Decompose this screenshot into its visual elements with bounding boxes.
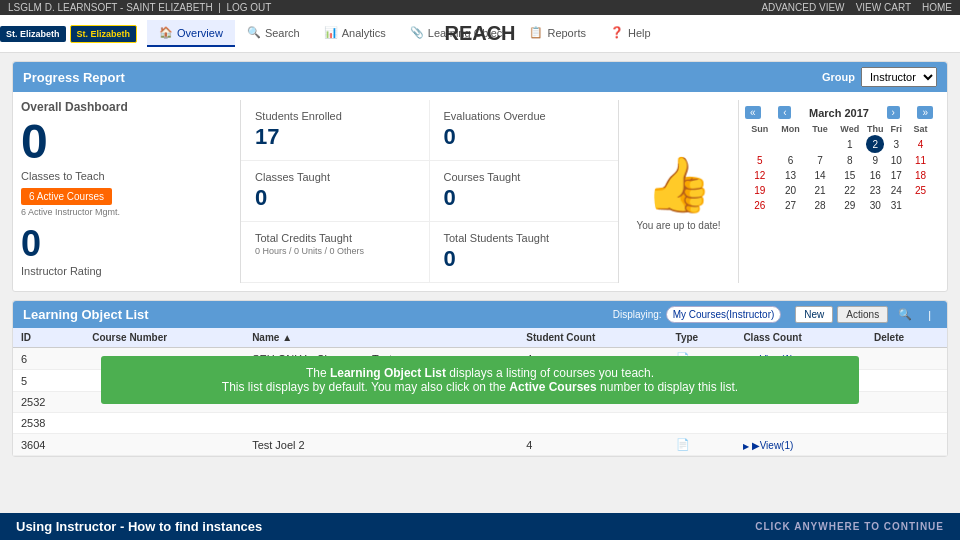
- home-link[interactable]: HOME: [922, 2, 952, 13]
- overall-dashboard-title: Overall Dashboard: [21, 100, 230, 114]
- calendar-day[interactable]: 3: [884, 135, 908, 153]
- col-student-count: Student Count: [518, 328, 667, 348]
- students-enrolled-value: 17: [255, 124, 415, 150]
- table-cell-type: 📄: [668, 434, 736, 456]
- lol-action-buttons: New Actions 🔍 |: [795, 306, 937, 323]
- table-cell-class-count[interactable]: ▶View(1): [735, 434, 866, 456]
- active-courses-button[interactable]: 6 Active Courses: [21, 188, 112, 205]
- calendar-day: [775, 135, 807, 153]
- table-cell-delete: [866, 392, 947, 413]
- calendar-day[interactable]: 30: [866, 198, 885, 213]
- table-cell-student-count: [518, 413, 667, 434]
- classes-taught-cell: Classes Taught 0: [241, 161, 430, 222]
- calendar-day[interactable]: 19: [745, 183, 775, 198]
- view-cart-link[interactable]: VIEW CART: [856, 2, 911, 13]
- col-class-count: Class Count: [735, 328, 866, 348]
- advanced-view-link[interactable]: ADVANCED VIEW: [761, 2, 844, 13]
- tooltip-text: The Learning Object List displays a list…: [222, 366, 738, 394]
- total-students-label: Total Students Taught: [444, 232, 605, 244]
- calendar-day[interactable]: 4: [908, 135, 933, 153]
- logo2: St. Elizabeth: [70, 25, 138, 43]
- calendar-day[interactable]: 28: [807, 198, 834, 213]
- table-cell-delete: [866, 348, 947, 370]
- calendar-day[interactable]: 12: [745, 168, 775, 183]
- calendar-day[interactable]: 23: [866, 183, 885, 198]
- courses-taught-value: 0: [444, 185, 605, 211]
- tab-help[interactable]: ❓ Help: [598, 20, 663, 47]
- calendar-grid: Sun Mon Tue Wed Thu Fri Sat 123456789101…: [745, 123, 933, 213]
- calendar-day[interactable]: 16: [866, 168, 885, 183]
- main-content: Progress Report Group Instructor Overall…: [0, 53, 960, 465]
- new-button[interactable]: New: [795, 306, 833, 323]
- calendar-day[interactable]: 8: [834, 153, 866, 168]
- dashboard-body: Overall Dashboard 0 Classes to Teach 6 A…: [13, 92, 947, 291]
- calendar-day[interactable]: 22: [834, 183, 866, 198]
- calendar-day[interactable]: 6: [775, 153, 807, 168]
- up-to-date-text: You are up to date!: [636, 220, 720, 231]
- tab-search[interactable]: 🔍 Search: [235, 20, 312, 47]
- tab-analytics[interactable]: 📊 Analytics: [312, 20, 398, 47]
- calendar-day: [807, 135, 834, 153]
- table-cell-name: Test Joel 2: [244, 434, 518, 456]
- bottom-bar[interactable]: Using Instructor - How to find instances…: [0, 513, 960, 540]
- calendar-day[interactable]: 18: [908, 168, 933, 183]
- click-anywhere-text: CLICK ANYWHERE TO CONTINUE: [755, 521, 944, 532]
- table-cell-name: [244, 413, 518, 434]
- calendar-day[interactable]: 2: [866, 135, 885, 153]
- calendar-row: 262728293031: [745, 198, 933, 213]
- thumbs-up-area: 👍 You are up to date!: [619, 100, 739, 283]
- calendar-day[interactable]: 14: [807, 168, 834, 183]
- calendar-day[interactable]: 5: [745, 153, 775, 168]
- courses-taught-label: Courses Taught: [444, 171, 605, 183]
- calendar-day[interactable]: 1: [834, 135, 866, 153]
- cal-next-next-button[interactable]: »: [917, 106, 933, 119]
- calendar-day[interactable]: 13: [775, 168, 807, 183]
- calendar-day[interactable]: 20: [775, 183, 807, 198]
- cal-prev-button[interactable]: ‹: [778, 106, 791, 119]
- calendar-day[interactable]: 15: [834, 168, 866, 183]
- lol-header: Learning Object List Displaying: My Cour…: [13, 301, 947, 328]
- cal-mon: Mon: [775, 123, 807, 135]
- calendar-row: 567891011: [745, 153, 933, 168]
- calendar-day[interactable]: 27: [775, 198, 807, 213]
- list-icon-button[interactable]: |: [922, 306, 937, 323]
- tab-overview[interactable]: 🏠 Overview: [147, 20, 235, 47]
- actions-button[interactable]: Actions: [837, 306, 888, 323]
- calendar-day[interactable]: 31: [884, 198, 908, 213]
- table-cell-delete: [866, 413, 947, 434]
- col-type: Type: [668, 328, 736, 348]
- calendar-day[interactable]: 26: [745, 198, 775, 213]
- table-row: 3604Test Joel 24📄▶View(1): [13, 434, 947, 456]
- lol-body: ID Course Number Name ▲ Student Count Ty…: [13, 328, 947, 456]
- calendar-day[interactable]: 9: [866, 153, 885, 168]
- tab-reports[interactable]: 📋 Reports: [517, 20, 598, 47]
- calendar-day[interactable]: 24: [884, 183, 908, 198]
- logout-link[interactable]: LOG OUT: [226, 2, 271, 13]
- calendar-day[interactable]: 29: [834, 198, 866, 213]
- dashboard-middle: Students Enrolled 17 Evaluations Overdue…: [241, 100, 619, 283]
- group-dropdown[interactable]: Instructor: [861, 67, 937, 87]
- search-button[interactable]: 🔍: [892, 306, 918, 323]
- calendar-day: [745, 135, 775, 153]
- calendar-day[interactable]: 11: [908, 153, 933, 168]
- cal-next-button[interactable]: ›: [887, 106, 900, 119]
- cal-prev-prev-button[interactable]: «: [745, 106, 761, 119]
- table-header-row: ID Course Number Name ▲ Student Count Ty…: [13, 328, 947, 348]
- calendar-day[interactable]: 10: [884, 153, 908, 168]
- calendar-day[interactable]: 17: [884, 168, 908, 183]
- dashboard-left: Overall Dashboard 0 Classes to Teach 6 A…: [21, 100, 241, 283]
- calendar: « ‹ March 2017 › » Sun Mon Tue Wed Thu: [739, 100, 939, 283]
- calendar-day[interactable]: 7: [807, 153, 834, 168]
- courses-taught-cell: Courses Taught 0: [430, 161, 619, 222]
- view-link[interactable]: ▶View(1): [743, 440, 793, 451]
- nav-tabs: 🏠 Overview 🔍 Search 📊 Analytics 📎 Learni…: [147, 20, 663, 47]
- progress-report-header: Progress Report Group Instructor: [13, 62, 947, 92]
- bottom-bar-label: Using Instructor - How to find instances: [16, 519, 262, 534]
- logo-area: St. Elizabeth St. Elizabeth: [0, 25, 137, 43]
- table-cell-id: 5: [13, 370, 84, 392]
- calendar-day[interactable]: 21: [807, 183, 834, 198]
- top-right-nav: ADVANCED VIEW VIEW CART HOME: [761, 2, 952, 13]
- table-cell-type: [668, 413, 736, 434]
- students-enrolled-label: Students Enrolled: [255, 110, 415, 122]
- calendar-day[interactable]: 25: [908, 183, 933, 198]
